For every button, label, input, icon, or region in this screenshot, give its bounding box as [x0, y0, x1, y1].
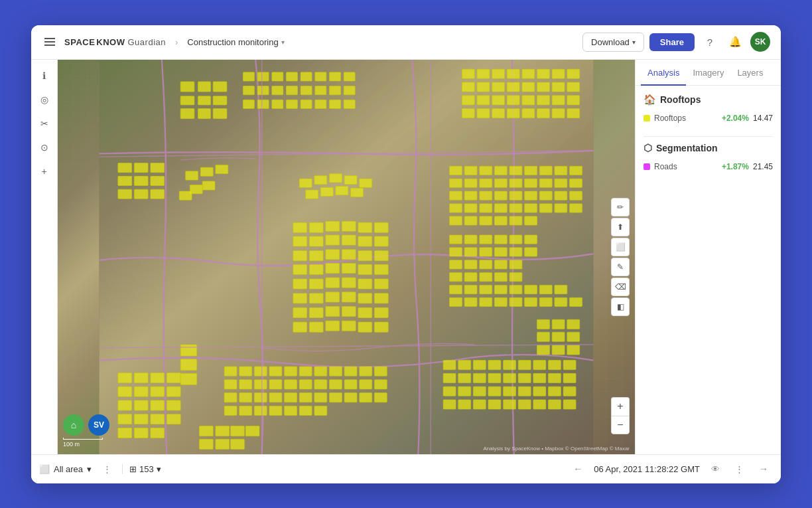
svg-rect-31 [301, 100, 312, 108]
svg-rect-236 [118, 428, 132, 438]
svg-rect-211 [450, 297, 462, 306]
street-view-button[interactable]: SV [88, 414, 109, 436]
tab-layers[interactable]: Layers [730, 60, 770, 86]
tab-analysis[interactable]: Analysis [641, 60, 686, 86]
notification-button[interactable]: 🔔 [725, 32, 745, 52]
svg-rect-137 [358, 222, 372, 232]
select-rect-button[interactable]: ⬜ [611, 238, 630, 256]
svg-rect-257 [330, 379, 342, 388]
svg-rect-78 [216, 165, 228, 173]
svg-rect-156 [374, 264, 388, 274]
area-more-button[interactable]: ⋮ [98, 460, 115, 477]
svg-rect-26 [344, 86, 355, 94]
svg-rect-191 [509, 247, 522, 256]
svg-rect-94 [494, 166, 507, 175]
layers-button[interactable]: ◧ [611, 297, 630, 316]
next-button[interactable]: → [754, 460, 773, 478]
add-tool[interactable]: + [34, 161, 55, 182]
svg-rect-297 [443, 386, 456, 396]
svg-rect-225 [134, 386, 148, 396]
svg-rect-325 [180, 359, 197, 370]
eraser-button[interactable]: ⌫ [611, 278, 630, 296]
svg-rect-231 [167, 400, 180, 410]
count-value: 153 [139, 464, 154, 474]
svg-rect-252 [254, 379, 267, 388]
count-selector[interactable]: ⊞ 153 ▾ [122, 464, 161, 474]
svg-rect-248 [360, 367, 372, 376]
more-options-button[interactable]: ⋮ [730, 460, 748, 477]
help-button[interactable]: ? [700, 32, 720, 52]
svg-rect-109 [450, 191, 462, 200]
svg-rect-142 [342, 235, 356, 245]
svg-rect-129 [480, 216, 492, 224]
camera-tool[interactable]: ⊙ [34, 137, 55, 158]
svg-rect-207 [509, 285, 522, 294]
svg-rect-34 [344, 100, 355, 108]
svg-rect-55 [522, 95, 535, 104]
svg-rect-100 [450, 179, 462, 187]
svg-rect-89 [336, 186, 348, 195]
edit-polygon-button[interactable]: ✎ [611, 258, 630, 276]
share-button[interactable]: Share [649, 33, 695, 51]
svg-rect-157 [293, 279, 307, 289]
svg-rect-201 [494, 272, 507, 281]
svg-rect-101 [464, 179, 477, 187]
svg-rect-209 [539, 285, 552, 294]
svg-rect-329 [231, 426, 245, 436]
upload-button[interactable]: ⬆ [611, 218, 630, 236]
svg-rect-76 [186, 171, 198, 179]
svg-rect-88 [320, 187, 333, 196]
scissors-tool[interactable]: ✂ [34, 113, 55, 134]
svg-rect-263 [254, 392, 267, 402]
svg-rect-112 [494, 191, 507, 200]
svg-rect-95 [509, 166, 522, 175]
download-button[interactable]: Download ▾ [582, 33, 644, 52]
scale-label: 100 m [63, 441, 80, 448]
tab-imagery[interactable]: Imagery [686, 60, 730, 86]
svg-rect-227 [167, 386, 180, 396]
segmentation-section: ⬡ Segmentation Roads +1.87% 21.45 [643, 142, 773, 174]
zoom-in-button[interactable]: + [611, 397, 630, 416]
svg-rect-79 [202, 181, 215, 189]
svg-rect-140 [309, 236, 323, 246]
svg-rect-39 [522, 69, 535, 78]
svg-rect-35 [462, 69, 474, 78]
map-drawing-tools: ✏ ⬆ ⬜ ✎ ⌫ ◧ [611, 198, 630, 316]
info-tool[interactable]: ℹ [34, 65, 55, 86]
location-tool[interactable]: ◎ [34, 89, 55, 110]
user-avatar[interactable]: SK [750, 32, 770, 52]
svg-rect-148 [342, 249, 356, 259]
svg-rect-161 [358, 279, 372, 289]
svg-rect-305 [563, 386, 576, 396]
rooftops-color-dot [643, 115, 650, 122]
svg-rect-300 [488, 386, 501, 396]
svg-rect-272 [224, 406, 237, 415]
area-selector[interactable]: ⬜ All area ▾ [39, 464, 92, 474]
map-container[interactable]: ✏ ⬆ ⬜ ✎ ⌫ ◧ + − ⌂ SV 100 m [58, 60, 635, 454]
date-display: 06 Apr, 2021 11:28:22 GMT [594, 464, 700, 474]
svg-rect-22 [286, 86, 297, 94]
svg-rect-177 [326, 321, 340, 331]
help-icon: ? [707, 37, 712, 48]
svg-rect-114 [525, 191, 537, 200]
home-button[interactable]: ⌂ [63, 414, 84, 436]
svg-rect-117 [570, 191, 582, 200]
svg-rect-249 [374, 367, 387, 376]
header-actions: Download ▾ Share ? 🔔 SK [582, 32, 770, 52]
svg-rect-163 [293, 293, 307, 303]
svg-rect-254 [285, 379, 297, 388]
svg-rect-15 [301, 72, 312, 80]
prev-button[interactable]: ← [569, 460, 587, 478]
svg-rect-237 [134, 428, 148, 438]
notification-icon: 🔔 [729, 36, 742, 48]
svg-rect-328 [216, 426, 230, 436]
menu-button[interactable] [42, 35, 58, 48]
svg-rect-136 [342, 221, 356, 231]
svg-rect-196 [494, 260, 507, 268]
visibility-button[interactable]: 👁 [707, 460, 724, 477]
svg-rect-110 [464, 191, 477, 200]
project-selector[interactable]: Construction monitoring ▾ [187, 37, 284, 47]
draw-button[interactable]: ✏ [611, 198, 630, 216]
zoom-out-button[interactable]: − [611, 416, 630, 434]
svg-rect-141 [326, 235, 340, 245]
